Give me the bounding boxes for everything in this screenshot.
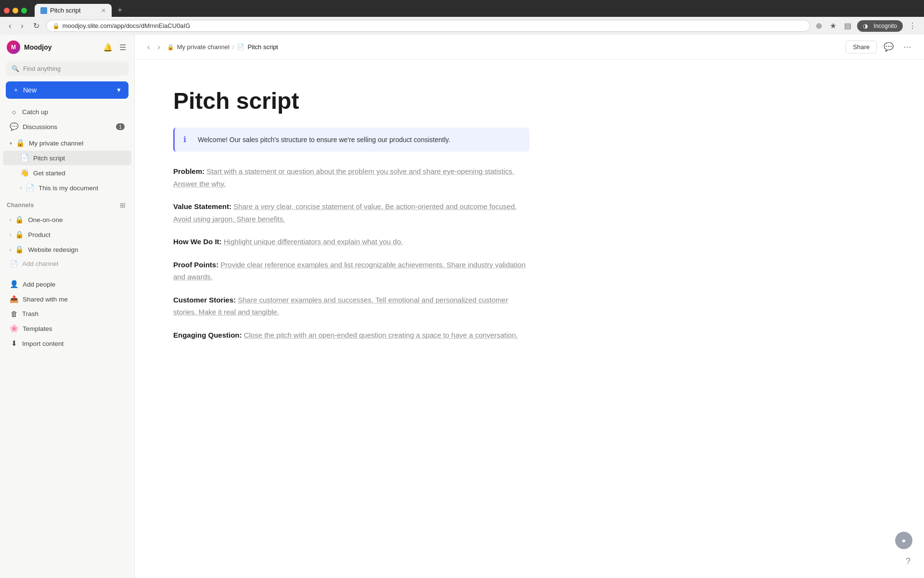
sidebar-toggle-icon[interactable]: ▤	[842, 20, 853, 31]
catch-up-icon: ○	[10, 108, 18, 116]
browser-forward-btn[interactable]: ›	[18, 21, 26, 31]
channels-label: Channels	[7, 202, 34, 209]
search-icon: 🔍	[12, 65, 19, 72]
channels-add-btn[interactable]: ⊞	[118, 200, 128, 210]
import-content-icon: ⬇	[10, 339, 18, 348]
section-label: Problem:	[173, 167, 205, 175]
search-bar[interactable]: 🔍 Find anything	[6, 62, 128, 76]
browser-reload-btn[interactable]: ↻	[30, 20, 42, 31]
document-icon: 📄	[26, 184, 35, 192]
section-description: Start with a statement or question about…	[173, 167, 514, 188]
sidebar-item-import-content[interactable]: ⬇ Import content	[3, 336, 131, 351]
pitch-script-label: Pitch script	[33, 155, 65, 162]
sidebar-nav: ○ Catch up 💬 Discussions 1 ▾ 🔒 My privat…	[0, 105, 134, 578]
sidebar-item-product[interactable]: › 🔒 Product	[3, 227, 131, 242]
info-icon: ℹ	[183, 135, 192, 144]
add-channel-label: Add channel	[22, 260, 58, 267]
share-button[interactable]: Share	[846, 40, 877, 53]
notification-btn[interactable]: 🔔	[102, 41, 114, 53]
shared-with-me-icon: 📤	[10, 295, 19, 303]
address-actions: ⊕ ★ ▤ ◑ Incognito ⋮	[814, 20, 918, 32]
topbar-actions: Share 💬 ⋯	[846, 40, 914, 54]
private-channel-lock-icon: 🔒	[16, 139, 25, 147]
section-label: Value Statement:	[173, 202, 231, 210]
new-button[interactable]: ＋ New ▼	[6, 81, 128, 99]
doc-section-how-we-do-it: How We Do It: Highlight unique different…	[173, 236, 529, 248]
scroll-indicator[interactable]: ●	[895, 532, 912, 549]
url-box[interactable]: 🔒 moodjoy.slite.com/app/docs/dMrnnEiaCU0…	[46, 20, 810, 32]
add-channel-icon: 📄	[10, 260, 18, 267]
sidebar-item-this-is-my-document[interactable]: › 📄 This is my document	[3, 181, 131, 195]
expand-icon: ▾	[10, 141, 12, 146]
collapse-sidebar-btn[interactable]: ☰	[118, 41, 128, 53]
window-minimize-btn[interactable]	[13, 8, 18, 13]
sidebar-item-templates[interactable]: 🌸 Templates	[3, 321, 131, 336]
tab-close-btn[interactable]: ✕	[101, 7, 106, 14]
callout-text: Welcome! Our sales pitch's structure to …	[198, 134, 450, 145]
new-tab-btn[interactable]: +	[114, 5, 127, 15]
search-placeholder: Find anything	[23, 65, 61, 72]
doc-section-proof-points: Proof Points: Provide clear reference ex…	[173, 259, 529, 283]
tab-favicon	[40, 7, 47, 14]
document-title: Pitch script	[173, 89, 529, 114]
sidebar-item-add-people[interactable]: 👤 Add people	[3, 277, 131, 291]
sidebar-item-add-channel[interactable]: 📄 Add channel	[3, 257, 131, 270]
window-maximize-btn[interactable]	[21, 8, 27, 13]
expand-icon: ›	[10, 247, 11, 252]
browser-back-btn[interactable]: ‹	[6, 21, 14, 31]
expand-icon: ›	[20, 185, 22, 191]
expand-icon: ›	[10, 232, 11, 237]
sidebar-item-catch-up[interactable]: ○ Catch up	[3, 105, 131, 119]
bookmark-icon[interactable]: ★	[828, 20, 838, 31]
product-label: Product	[28, 231, 51, 238]
sidebar-item-shared-with-me[interactable]: 📤 Shared with me	[3, 292, 131, 306]
website-redesign-label: Website redesign	[28, 246, 78, 253]
comment-btn[interactable]: 💬	[881, 40, 897, 54]
more-options-btn[interactable]: ⋯	[900, 40, 914, 54]
this-is-my-document-label: This is my document	[38, 184, 98, 192]
workspace-info[interactable]: M Moodjoy	[7, 40, 52, 54]
sidebar-item-website-redesign[interactable]: › 🔒 Website redesign	[3, 242, 131, 257]
sidebar-item-my-private-channel[interactable]: ▾ 🔒 My private channel	[3, 136, 131, 150]
shared-with-me-label: Shared with me	[23, 296, 68, 303]
sidebar-item-trash[interactable]: 🗑 Trash	[3, 307, 131, 321]
templates-icon: 🌸	[10, 324, 19, 333]
add-people-icon: 👤	[10, 280, 19, 289]
sidebar-item-get-started[interactable]: 👋 Get started	[3, 166, 131, 180]
breadcrumb-channel[interactable]: My private channel	[177, 43, 230, 51]
help-btn[interactable]: ?	[906, 556, 911, 566]
sidebar-item-discussions[interactable]: 💬 Discussions 1	[3, 119, 131, 134]
templates-label: Templates	[23, 325, 52, 332]
new-button-label: New	[23, 86, 37, 94]
breadcrumb-doc-icon: 📄	[237, 43, 244, 51]
sidebar-item-one-on-one[interactable]: › 🔒 One-on-one	[3, 212, 131, 227]
expand-icon: ›	[10, 217, 11, 223]
incognito-badge: ◑ Incognito	[857, 20, 903, 32]
window-close-btn[interactable]	[4, 8, 10, 13]
sidebar-header: M Moodjoy 🔔 ☰	[0, 35, 134, 60]
one-on-one-lock-icon: 🔒	[15, 215, 24, 224]
sidebar-item-pitch-script[interactable]: 📄 Pitch script	[3, 151, 131, 165]
incognito-label: Incognito	[872, 22, 899, 30]
section-description: Provide clear reference examples and lis…	[173, 261, 526, 281]
workspace-avatar: M	[7, 40, 20, 54]
trash-label: Trash	[22, 310, 38, 317]
channels-section-header: Channels ⊞	[0, 196, 134, 212]
info-callout: ℹ Welcome! Our sales pitch's structure t…	[173, 128, 529, 152]
browser-tab[interactable]: Pitch script ✕	[35, 4, 112, 17]
browser-menu-btn[interactable]: ⋮	[907, 20, 918, 31]
sidebar: M Moodjoy 🔔 ☰ 🔍 Find anything ＋ New ▼ ○	[0, 35, 135, 578]
sidebar-item-label: Discussions	[23, 123, 57, 131]
topbar-forward-btn[interactable]: ›	[154, 41, 163, 53]
doc-section-value-statement: Value Statement: Share a very clear, con…	[173, 200, 529, 225]
workspace-name: Moodjoy	[24, 43, 52, 51]
cast-icon[interactable]: ⊕	[814, 20, 824, 31]
breadcrumb-lock-icon: 🔒	[167, 44, 174, 51]
breadcrumb-separator: /	[232, 43, 234, 51]
breadcrumb-current-doc: Pitch script	[247, 43, 278, 51]
doc-section-engaging-question: Engaging Question: Close the pitch with …	[173, 329, 529, 342]
topbar-back-btn[interactable]: ‹	[144, 41, 153, 53]
section-label: Engaging Question:	[173, 331, 242, 339]
section-description: Close the pitch with an open-ended quest…	[244, 331, 518, 339]
discussions-icon: 💬	[10, 122, 19, 131]
